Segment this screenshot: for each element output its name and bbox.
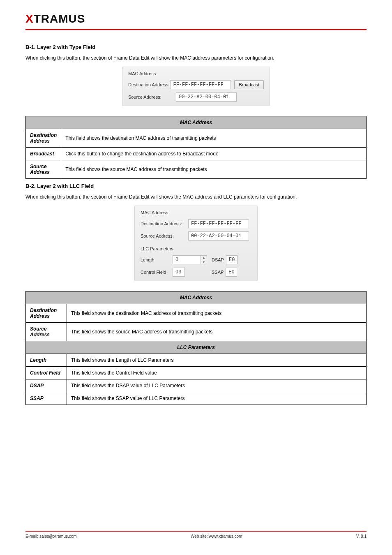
- length-stepper[interactable]: ▲▼: [201, 255, 207, 264]
- mac-address-panel-1: MAC Address Destination Address: Broadca…: [122, 67, 270, 106]
- panel2-title2: LLC Parameters: [141, 246, 251, 251]
- heading-layer2-llc: B-2. Layer 2 with LLC Field: [25, 183, 367, 189]
- ssap-input[interactable]: [226, 268, 237, 277]
- table-row: Control FieldThis field shows the Contro…: [26, 367, 367, 379]
- intro-layer2-type: When clicking this button, the section o…: [25, 54, 367, 62]
- table-row: Destination AddressThis field shows the …: [26, 304, 367, 323]
- table-row: Source AddressThis field shows the sourc…: [26, 323, 367, 341]
- length-label: Length: [141, 257, 173, 262]
- control-field-label: Control Field: [141, 270, 173, 275]
- footer-website: Web site: www.xtramus.com: [191, 534, 242, 539]
- footer-version: V. 0.1: [356, 534, 367, 539]
- table-row: SSAPThis field shows the SSAP value of L…: [26, 392, 367, 405]
- table-row: LengthThis field shows the Length of LLC…: [26, 354, 367, 367]
- broadcast-button[interactable]: Broadcast: [234, 80, 264, 89]
- table-row: DSAPThis field shows the DSAP value of L…: [26, 379, 367, 392]
- chevron-down-icon[interactable]: ▼: [201, 260, 207, 264]
- dest-address-label: Destination Address:: [128, 82, 170, 87]
- src-address-input-2[interactable]: [188, 231, 249, 240]
- chevron-up-icon[interactable]: ▲: [201, 256, 207, 260]
- table1-header: MAC Address: [26, 116, 367, 129]
- brand-logo: XTRAMUS: [0, 0, 392, 29]
- table-row: BroadcastClick this button to change the…: [26, 148, 367, 160]
- src-address-label-2: Source Address:: [141, 234, 188, 238]
- mac-address-table-1: MAC Address Destination AddressThis fiel…: [25, 116, 367, 179]
- mac-llc-table: MAC Address Destination AddressThis fiel…: [25, 291, 367, 405]
- dsap-input[interactable]: [226, 255, 238, 264]
- dest-address-input-2[interactable]: [188, 219, 249, 228]
- heading-layer2-type: B-1. Layer 2 with Type Field: [25, 44, 367, 50]
- length-input[interactable]: [173, 255, 201, 264]
- src-address-input[interactable]: [176, 92, 237, 102]
- footer-email: E-mail: sales@xtramus.com: [25, 534, 77, 539]
- dest-address-label-2: Destination Address:: [141, 221, 188, 226]
- panel2-title1: MAC Address: [141, 210, 251, 215]
- panel1-title: MAC Address: [128, 71, 264, 76]
- table2-header1: MAC Address: [26, 291, 367, 304]
- table-row: Destination AddressThis field shows the …: [26, 129, 367, 148]
- intro-layer2-llc: When clicking this button, the section o…: [25, 193, 367, 201]
- footer-divider: [25, 531, 367, 532]
- src-address-label: Source Address:: [128, 95, 176, 99]
- dsap-label: DSAP: [212, 257, 224, 262]
- table-row: Source AddressThis field shows the sourc…: [26, 160, 367, 179]
- logo-x: X: [25, 12, 34, 25]
- ssap-label: SSAP: [212, 270, 224, 275]
- dest-address-input[interactable]: [170, 80, 231, 89]
- control-field-input[interactable]: [173, 268, 185, 277]
- mac-llc-panel: MAC Address Destination Address: Source …: [134, 206, 258, 281]
- logo-rest: TRAMUS: [34, 12, 85, 25]
- table2-header2: LLC Parameters: [26, 341, 367, 354]
